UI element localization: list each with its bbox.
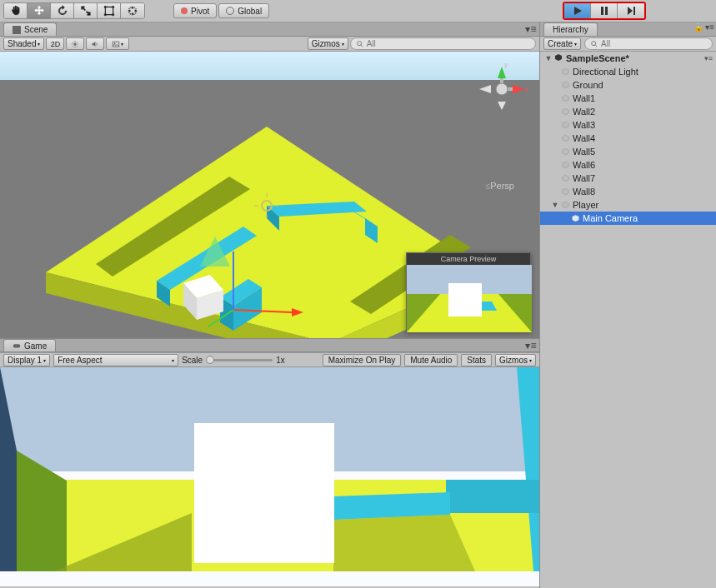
hierarchy-tab-menu[interactable]: ▾≡ [705, 22, 714, 36]
orientation-gizmo[interactable]: y x [473, 60, 531, 118]
gameobject-icon [560, 93, 570, 103]
scale-tool-button[interactable] [74, 3, 98, 18]
create-dropdown[interactable]: Create▾ [543, 37, 581, 50]
hierarchy-item[interactable]: Wall7 [540, 172, 716, 185]
image-icon [112, 40, 120, 48]
hierarchy-item-label: Ground [573, 80, 603, 90]
sun-icon [71, 40, 79, 48]
hierarchy-item[interactable]: Wall8 [540, 185, 716, 198]
gameobject-icon [560, 200, 570, 210]
hierarchy-item[interactable]: Ground [540, 78, 716, 92]
hand-tool-button[interactable] [4, 3, 28, 18]
svg-point-1 [112, 6, 113, 7]
maximize-toggle[interactable]: Maximize On Play [323, 354, 402, 366]
hierarchy-item[interactable]: Wall4 [540, 132, 716, 145]
play-button[interactable] [564, 3, 591, 18]
scene-viewport[interactable]: y x Persp Camera Preview [0, 52, 539, 338]
svg-rect-50 [448, 283, 482, 316]
hierarchy-item[interactable]: Wall2 [540, 105, 716, 118]
mute-toggle[interactable]: Mute Audio [404, 354, 458, 366]
hierarchy-item-player[interactable]: ▼ Player [540, 198, 716, 212]
hierarchy-item[interactable]: Wall1 [540, 92, 716, 105]
transform-tool-group [3, 2, 145, 19]
step-button[interactable] [618, 3, 644, 18]
global-icon [226, 7, 234, 15]
fx-dropdown[interactable]: ▾ [106, 37, 129, 50]
display-dropdown[interactable]: Display 1▾ [3, 354, 50, 366]
hierarchy-item[interactable]: Wall3 [540, 118, 716, 132]
lighting-toggle[interactable] [66, 37, 84, 50]
scene-toolbar: Shaded▾ 2D ▾ Gizmos▾ All [0, 37, 539, 52]
hierarchy-search[interactable]: All [584, 37, 713, 50]
game-tab[interactable]: Game [3, 339, 56, 351]
shading-dropdown[interactable]: Shaded▾ [3, 37, 44, 50]
gizmos-dropdown[interactable]: Gizmos▾ [308, 37, 348, 50]
rect-tool-button[interactable] [98, 3, 121, 18]
svg-marker-44 [498, 102, 506, 110]
scene-name: SampleScene* [566, 53, 629, 63]
scene-search-placeholder: All [367, 39, 376, 48]
left-column: Scene ▾≡ Shaded▾ 2D ▾ Gizmos▾ [0, 22, 540, 588]
gameobject-icon [560, 120, 570, 130]
lock-icon[interactable]: 🔒 [693, 22, 703, 36]
pivot-icon [181, 7, 188, 14]
stats-toggle[interactable]: Stats [461, 354, 492, 366]
svg-point-0 [104, 6, 106, 7]
svg-marker-42 [479, 85, 491, 93]
hierarchy-item[interactable]: Directional Light [540, 65, 716, 78]
game-viewport[interactable] [0, 367, 539, 586]
scene-tab[interactable]: Scene [3, 22, 57, 36]
game-gizmos-dropdown[interactable]: Gizmos▾ [495, 354, 536, 366]
expand-toggle[interactable]: ▼ [543, 54, 553, 62]
scene-search[interactable]: All [350, 37, 536, 50]
hierarchy-tab-row: Hierarchy 🔒 ▾≡ [540, 22, 716, 37]
scale-label: Scale [182, 356, 203, 365]
hierarchy-item-label: Directional Light [573, 67, 638, 77]
search-icon [590, 40, 598, 48]
camera-preview: Camera Preview [406, 252, 531, 331]
hierarchy-tree: ▼ SampleScene* ▾≡ Directional Light Grou… [540, 52, 716, 588]
global-label: Global [238, 7, 262, 16]
hierarchy-item[interactable]: Wall5 [540, 145, 716, 158]
shading-label: Shaded [8, 39, 36, 48]
scene-tab-menu[interactable]: ▾≡ [523, 22, 539, 36]
svg-point-43 [496, 83, 508, 95]
game-3d-content [0, 367, 539, 571]
game-icon [13, 341, 21, 350]
game-tab-menu[interactable]: ▾≡ [523, 339, 539, 351]
main-layout: Scene ▾≡ Shaded▾ 2D ▾ Gizmos▾ [0, 22, 716, 588]
scene-tab-label: Scene [24, 25, 48, 34]
hierarchy-item-label: Wall3 [573, 120, 595, 130]
hierarchy-item-main-camera[interactable]: Main Camera [540, 212, 716, 225]
svg-point-2 [104, 14, 106, 16]
gameobject-icon [560, 133, 570, 143]
audio-toggle[interactable] [86, 37, 104, 50]
svg-marker-40 [513, 85, 524, 93]
perspective-label: Persp [485, 181, 514, 191]
2d-toggle[interactable]: 2D [46, 37, 64, 50]
hierarchy-item[interactable]: Wall6 [540, 158, 716, 172]
gameobject-icon [560, 147, 570, 157]
rotate-tool-button[interactable] [51, 3, 74, 18]
scene-row[interactable]: ▼ SampleScene* ▾≡ [540, 52, 716, 65]
hierarchy-tab[interactable]: Hierarchy [543, 22, 598, 36]
game-toolbar: Display 1▾ Free Aspect▾ Scale 1x Maximiz… [0, 352, 539, 367]
pause-button[interactable] [591, 3, 618, 18]
hierarchy-toolbar: Create▾ All [540, 37, 716, 52]
transform-tool-button[interactable] [121, 3, 144, 18]
expand-toggle[interactable]: ▼ [550, 201, 560, 209]
svg-marker-56 [446, 480, 539, 513]
scale-slider[interactable] [206, 359, 273, 361]
scale-icon [80, 5, 92, 17]
svg-point-5 [74, 42, 77, 45]
move-tool-button[interactable] [28, 3, 51, 18]
hierarchy-item-label: Wall6 [573, 160, 595, 170]
gameobject-icon [560, 107, 570, 117]
pivot-button[interactable]: Pivot [173, 3, 217, 18]
play-icon [573, 6, 583, 16]
svg-text:y: y [504, 61, 508, 68]
rect-icon [103, 5, 115, 17]
global-button[interactable]: Global [218, 3, 269, 18]
scene-menu[interactable]: ▾≡ [704, 54, 716, 62]
aspect-dropdown[interactable]: Free Aspect▾ [53, 354, 178, 366]
